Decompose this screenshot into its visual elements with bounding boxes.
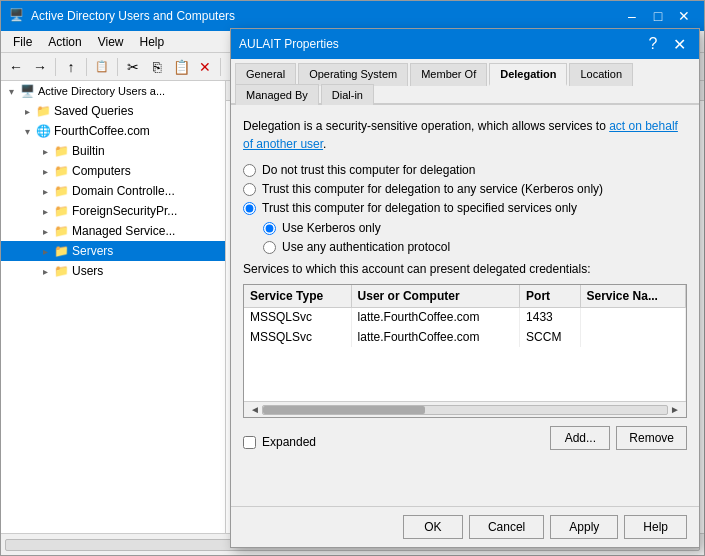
ms-icon: 📁 (53, 223, 69, 239)
fsp-icon: 📁 (53, 203, 69, 219)
builtin-label: Builtin (72, 144, 105, 158)
no-trust-radio[interactable] (243, 164, 256, 177)
trust-any-radio[interactable] (243, 183, 256, 196)
users-label: Users (72, 264, 103, 278)
properties-button[interactable]: 📋 (91, 56, 113, 78)
services-table: Service Type User or Computer Port Servi… (244, 285, 686, 401)
trust-any-label: Trust this computer for delegation to an… (262, 182, 603, 196)
use-kerberos-option[interactable]: Use Kerberos only (263, 221, 687, 235)
scroll-left-arrow[interactable]: ◄ (248, 403, 262, 417)
delegation-options: Do not trust this computer for delegatio… (243, 163, 687, 215)
title-bar: 🖥️ Active Directory Users and Computers … (1, 1, 704, 31)
cut-button[interactable]: ✂ (122, 56, 144, 78)
use-any-auth-label: Use any authentication protocol (282, 240, 450, 254)
dc-icon: 📁 (53, 183, 69, 199)
folder-icon: 📁 (35, 103, 51, 119)
dialog-close-button[interactable]: ✕ (667, 34, 691, 54)
menu-file[interactable]: File (5, 33, 40, 51)
row0-user-computer: latte.FourthCoffee.com (351, 307, 520, 327)
aulait-properties-dialog: AULAIT Properties ? ✕ General Operating … (230, 28, 700, 548)
fsp-label: ForeignSecurityPr... (72, 204, 177, 218)
add-button[interactable]: Add... (550, 426, 610, 450)
table-label: Services to which this account can prese… (243, 262, 687, 276)
no-trust-option[interactable]: Do not trust this computer for delegatio… (243, 163, 687, 177)
ad-icon: 🖥️ (19, 83, 35, 99)
table-row-1[interactable]: MSSQLSvc latte.FourthCoffee.com SCCM (244, 327, 686, 347)
ok-button[interactable]: OK (403, 515, 463, 539)
sub-options: Use Kerberos only Use any authentication… (263, 221, 687, 254)
app-icon: 🖥️ (9, 8, 25, 24)
maximize-button[interactable]: □ (646, 6, 670, 26)
row0-service-type: MSSQLSvc (244, 307, 351, 327)
trust-specified-radio[interactable] (243, 202, 256, 215)
tab-managed-by[interactable]: Managed By (235, 84, 319, 105)
up-button[interactable]: ↑ (60, 56, 82, 78)
copy-button[interactable]: ⎘ (146, 56, 168, 78)
table-empty-row-2 (244, 365, 686, 383)
back-button[interactable]: ← (5, 56, 27, 78)
tree-panel: ▾ 🖥️ Active Directory Users a... ▸ 📁 Sav… (1, 81, 226, 533)
use-kerberos-radio[interactable] (263, 222, 276, 235)
toolbar-separator-3 (117, 58, 118, 76)
close-button[interactable]: ✕ (672, 6, 696, 26)
trust-any-option[interactable]: Trust this computer for delegation to an… (243, 182, 687, 196)
help-dialog-button[interactable]: Help (624, 515, 687, 539)
expand-saved-queries-icon: ▸ (19, 103, 35, 119)
menu-view[interactable]: View (90, 33, 132, 51)
scroll-right-arrow[interactable]: ► (668, 403, 682, 417)
dialog-content: Delegation is a security-sensitive opera… (231, 105, 699, 506)
paste-button[interactable]: 📋 (170, 56, 192, 78)
col-service-type: Service Type (244, 285, 351, 307)
tab-delegation[interactable]: Delegation (489, 63, 567, 86)
menu-help[interactable]: Help (132, 33, 173, 51)
tree-item-users[interactable]: ▸ 📁 Users (1, 261, 225, 281)
menu-action[interactable]: Action (40, 33, 89, 51)
tab-location[interactable]: Location (569, 63, 633, 86)
use-any-auth-option[interactable]: Use any authentication protocol (263, 240, 687, 254)
add-remove-buttons: Add... Remove (550, 426, 687, 450)
use-kerberos-label: Use Kerberos only (282, 221, 381, 235)
forward-button[interactable]: → (29, 56, 51, 78)
row1-service-type: MSSQLSvc (244, 327, 351, 347)
minimize-button[interactable]: – (620, 6, 644, 26)
tree-item-foreign-security[interactable]: ▸ 📁 ForeignSecurityPr... (1, 201, 225, 221)
expand-computers-icon: ▸ (37, 163, 53, 179)
tree-item-domain-controllers[interactable]: ▸ 📁 Domain Controlle... (1, 181, 225, 201)
tree-item-managed-service[interactable]: ▸ 📁 Managed Service... (1, 221, 225, 241)
dialog-title-bar: AULAIT Properties ? ✕ (231, 29, 699, 59)
tree-item-servers[interactable]: ▸ 📁 Servers (1, 241, 225, 261)
tree-item-builtin[interactable]: ▸ 📁 Builtin (1, 141, 225, 161)
tab-dial-in[interactable]: Dial-in (321, 84, 374, 105)
expanded-label: Expanded (262, 435, 316, 449)
cancel-button[interactable]: Cancel (469, 515, 544, 539)
toolbar-separator-4 (220, 58, 221, 76)
use-any-auth-radio[interactable] (263, 241, 276, 254)
table-row-0[interactable]: MSSQLSvc latte.FourthCoffee.com 1433 (244, 307, 686, 327)
computers-label: Computers (72, 164, 131, 178)
expand-builtin-icon: ▸ (37, 143, 53, 159)
dialog-footer: OK Cancel Apply Help (231, 506, 699, 547)
tab-general[interactable]: General (235, 63, 296, 86)
tab-member-of[interactable]: Member Of (410, 63, 487, 86)
servers-icon: 📁 (53, 243, 69, 259)
saved-queries-label: Saved Queries (54, 104, 133, 118)
act-on-behalf-link[interactable]: act on behalf of another user (243, 119, 678, 151)
expanded-checkbox[interactable] (243, 436, 256, 449)
delegation-description: Delegation is a security-sensitive opera… (243, 117, 687, 153)
tab-operating-system[interactable]: Operating System (298, 63, 408, 86)
ou-icon: 📁 (53, 143, 69, 159)
row1-service-name (580, 327, 686, 347)
tree-root-item[interactable]: ▾ 🖥️ Active Directory Users a... (1, 81, 225, 101)
dialog-help-button[interactable]: ? (641, 34, 665, 54)
tree-item-saved-queries[interactable]: ▸ 📁 Saved Queries (1, 101, 225, 121)
row0-service-name (580, 307, 686, 327)
apply-button[interactable]: Apply (550, 515, 618, 539)
trust-specified-option[interactable]: Trust this computer for delegation to sp… (243, 201, 687, 215)
tree-item-computers[interactable]: ▸ 📁 Computers (1, 161, 225, 181)
h-scrollbar[interactable] (262, 405, 668, 415)
remove-button[interactable]: Remove (616, 426, 687, 450)
expand-domain-icon: ▾ (19, 123, 35, 139)
servers-label: Servers (72, 244, 113, 258)
delete-button[interactable]: ✕ (194, 56, 216, 78)
tree-item-domain[interactable]: ▾ 🌐 FourthCoffee.com (1, 121, 225, 141)
